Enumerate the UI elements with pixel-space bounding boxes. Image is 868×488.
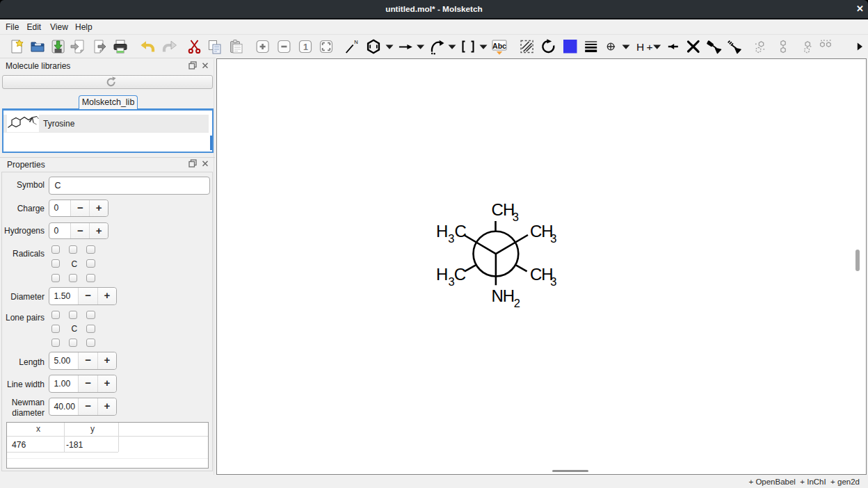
svg-text:3: 3 (550, 275, 556, 288)
svg-text:C: C (454, 265, 466, 284)
svg-text:Abc: Abc (492, 42, 506, 50)
svg-text:CH: CH (492, 200, 515, 219)
svg-text:N: N (354, 39, 357, 45)
svg-text:H: H (636, 41, 644, 53)
svg-text:H: H (436, 222, 447, 241)
svg-text:NH: NH (491, 286, 514, 305)
svg-text:+: + (647, 41, 653, 53)
svg-text:3: 3 (513, 211, 519, 223)
svg-text:CH: CH (530, 222, 553, 241)
svg-text:C: C (455, 222, 467, 241)
svg-text:2: 2 (514, 297, 520, 309)
svg-text:3: 3 (550, 232, 556, 245)
svg-text:H: H (436, 265, 447, 284)
svg-text:CH: CH (530, 265, 553, 284)
svg-text:3: 3 (448, 232, 454, 245)
svg-text:1: 1 (303, 42, 308, 52)
